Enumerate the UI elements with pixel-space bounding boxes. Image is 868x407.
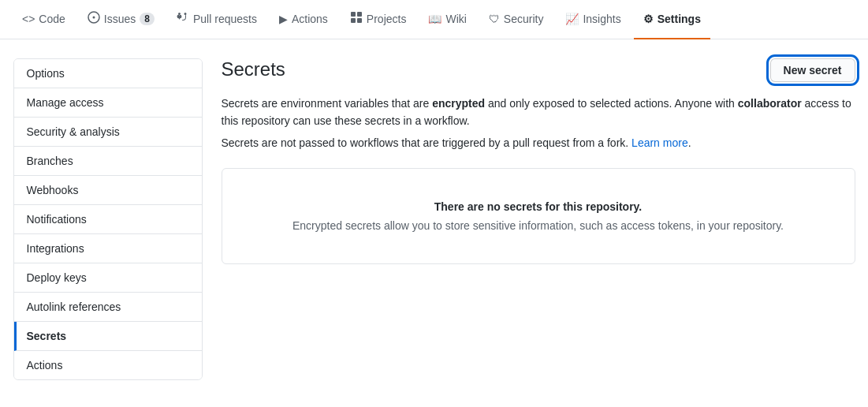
sidebar-item-integrations[interactable]: Integrations — [14, 234, 202, 263]
nav-label-wiki: Wiki — [445, 13, 466, 25]
page-title: Secrets — [222, 58, 285, 80]
svg-rect-2 — [351, 12, 356, 17]
issues-badge: 8 — [140, 13, 155, 25]
nav-label-security: Security — [504, 13, 544, 25]
sidebar-label-actions: Actions — [27, 359, 63, 372]
content-header: Secrets New secret — [222, 58, 855, 82]
security-icon: 🛡 — [489, 13, 500, 25]
code-icon: <> — [22, 13, 35, 25]
sidebar-label-deploy-keys: Deploy keys — [27, 271, 87, 284]
nav-label-code: Code — [39, 13, 65, 25]
nav-item-pull-requests[interactable]: Pull requests — [167, 0, 266, 39]
sidebar-label-security-analysis: Security & analysis — [27, 125, 120, 138]
pull-requests-icon — [177, 11, 189, 26]
sidebar-label-notifications: Notifications — [27, 213, 87, 226]
empty-state-title: There are no secrets for this repository… — [241, 200, 836, 213]
top-navigation: <> Code Issues 8 Pull requests ▶ Actions… — [0, 0, 868, 39]
nav-item-actions[interactable]: ▶ Actions — [270, 0, 337, 39]
nav-item-code[interactable]: <> Code — [13, 0, 75, 39]
nav-label-settings: Settings — [658, 13, 701, 25]
sidebar-item-branches[interactable]: Branches — [14, 147, 202, 176]
sidebar-label-manage-access: Manage access — [27, 96, 104, 109]
nav-item-settings[interactable]: ⚙ Settings — [634, 0, 710, 39]
sidebar-label-options: Options — [27, 67, 65, 80]
issues-icon — [88, 11, 100, 26]
sidebar: Options Manage access Security & analysi… — [13, 58, 203, 380]
description-line2: Secrets are not passed to workflows that… — [222, 136, 855, 149]
nav-label-projects: Projects — [367, 13, 407, 25]
settings-icon: ⚙ — [643, 13, 654, 25]
sidebar-item-options[interactable]: Options — [14, 59, 202, 88]
nav-item-projects[interactable]: Projects — [341, 0, 416, 39]
page-layout: Options Manage access Security & analysi… — [1, 39, 868, 399]
nav-item-wiki[interactable]: 📖 Wiki — [419, 0, 475, 39]
nav-label-issues: Issues — [104, 13, 136, 25]
nav-label-insights: Insights — [583, 13, 620, 25]
projects-icon — [350, 11, 363, 26]
learn-more-link[interactable]: Learn more — [631, 136, 688, 149]
empty-state-description: Encrypted secrets allow you to store sen… — [241, 219, 836, 232]
sidebar-label-secrets: Secrets — [27, 330, 67, 342]
svg-rect-3 — [357, 12, 362, 17]
nav-label-pull-requests: Pull requests — [193, 13, 257, 25]
sidebar-item-security-analysis[interactable]: Security & analysis — [14, 118, 202, 147]
sidebar-item-deploy-keys[interactable]: Deploy keys — [14, 263, 202, 293]
svg-rect-5 — [357, 18, 362, 23]
collaborator-bold: collaborator — [738, 97, 802, 110]
insights-icon: 📈 — [565, 13, 579, 25]
new-secret-button[interactable]: New secret — [770, 58, 855, 82]
nav-item-security[interactable]: 🛡 Security — [479, 0, 553, 39]
sidebar-item-autolink-references[interactable]: Autolink references — [14, 293, 202, 322]
main-content: Secrets New secret Secrets are environme… — [222, 58, 855, 380]
svg-rect-4 — [351, 18, 356, 23]
sidebar-item-manage-access[interactable]: Manage access — [14, 88, 202, 118]
sidebar-label-integrations: Integrations — [27, 242, 84, 255]
svg-point-1 — [92, 17, 95, 19]
sidebar-item-actions[interactable]: Actions — [14, 351, 202, 379]
sidebar-item-notifications[interactable]: Notifications — [14, 205, 202, 234]
sidebar-item-webhooks[interactable]: Webhooks — [14, 176, 202, 205]
sidebar-label-branches: Branches — [27, 155, 73, 167]
encrypted-bold: encrypted — [432, 97, 485, 110]
sidebar-label-autolink-references: Autolink references — [27, 301, 121, 313]
actions-icon: ▶ — [279, 13, 288, 25]
description-line1: Secrets are environment variables that a… — [222, 95, 855, 130]
sidebar-label-webhooks: Webhooks — [27, 184, 79, 196]
wiki-icon: 📖 — [428, 13, 441, 25]
nav-item-insights[interactable]: 📈 Insights — [556, 0, 630, 39]
empty-state: There are no secrets for this repository… — [222, 168, 855, 264]
sidebar-item-secrets[interactable]: Secrets — [14, 322, 202, 351]
nav-item-issues[interactable]: Issues 8 — [78, 0, 164, 39]
nav-label-actions: Actions — [292, 13, 328, 25]
